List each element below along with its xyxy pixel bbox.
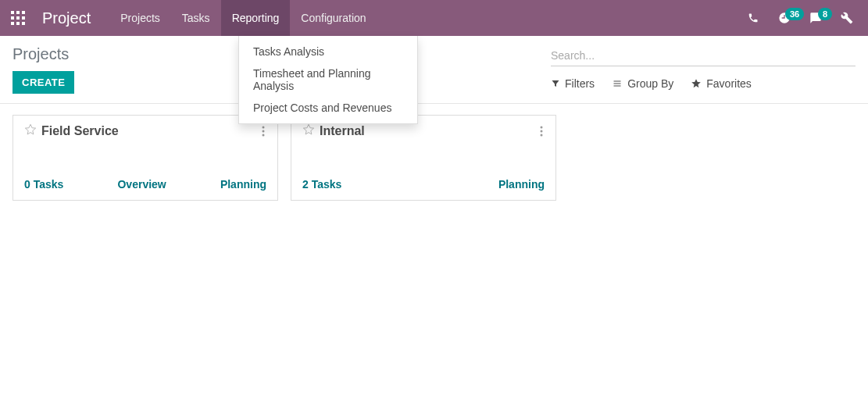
card-header: Field Service [24, 123, 266, 139]
svg-rect-7 [16, 22, 20, 25]
svg-point-11 [263, 134, 265, 137]
task-count: 0 [24, 178, 30, 191]
create-button[interactable]: CREATE [13, 71, 74, 94]
tasks-link[interactable]: 0 Tasks [24, 178, 63, 191]
control-panel: Projects CREATE Filters Group By Favorit… [0, 36, 868, 104]
star-icon[interactable] [302, 123, 315, 139]
svg-point-14 [541, 134, 543, 137]
kebab-icon[interactable] [255, 123, 271, 139]
messaging-badge: 8 [818, 8, 832, 20]
kebab-icon[interactable] [534, 123, 549, 139]
svg-point-9 [263, 127, 265, 129]
topbar: Project Projects Tasks Reporting Configu… [0, 0, 868, 36]
card-footer: 2 Tasks Planning [302, 147, 545, 191]
project-card[interactable]: Field Service 0 Tasks Overview Planning [13, 115, 278, 201]
filters-button[interactable]: Filters [551, 77, 595, 90]
nav-item-tasks[interactable]: Tasks [171, 0, 221, 36]
star-icon[interactable] [24, 123, 37, 139]
card-footer: 0 Tasks Overview Planning [24, 147, 266, 191]
planning-link[interactable]: Planning [498, 178, 545, 191]
dropdown-item-costs-revenues[interactable]: Project Costs and Revenues [239, 97, 417, 119]
dropdown-item-timesheet-planning[interactable]: Timesheet and Planning Analysis [239, 62, 417, 97]
favorites-label: Favorites [706, 77, 752, 90]
main-nav: Projects Tasks Reporting Configuration [109, 0, 377, 36]
search-wrap [551, 45, 855, 66]
search-input[interactable] [551, 49, 855, 62]
svg-rect-3 [11, 16, 14, 20]
groupby-button[interactable]: Group By [612, 77, 673, 90]
svg-rect-0 [11, 11, 14, 14]
svg-point-13 [541, 130, 543, 133]
nav-item-reporting[interactable]: Reporting [221, 0, 291, 36]
nav-item-projects[interactable]: Projects [109, 0, 171, 36]
svg-rect-4 [16, 16, 20, 20]
messaging-icon[interactable]: 8 [804, 6, 827, 30]
activities-icon[interactable]: 36 [773, 6, 796, 30]
groupby-label: Group By [627, 77, 673, 90]
dropdown-item-tasks-analysis[interactable]: Tasks Analysis [239, 41, 417, 62]
control-right: Filters Group By Favorites [551, 45, 855, 94]
task-label: Tasks [34, 178, 64, 191]
reporting-dropdown: Tasks Analysis Timesheet and Planning An… [238, 36, 418, 124]
apps-menu-icon[interactable] [0, 0, 36, 36]
control-left: Projects CREATE [13, 45, 74, 94]
card-title: Field Service [41, 124, 119, 138]
nav-item-configuration[interactable]: Configuration [290, 0, 377, 36]
svg-rect-8 [22, 22, 25, 25]
tasks-link[interactable]: 2 Tasks [302, 178, 341, 191]
phone-icon[interactable] [741, 6, 765, 30]
task-label: Tasks [312, 178, 342, 191]
filters-label: Filters [565, 77, 595, 90]
overview-link[interactable]: Overview [117, 178, 166, 191]
favorites-button[interactable]: Favorites [691, 77, 752, 90]
card-header: Internal [302, 123, 545, 139]
search-filters: Filters Group By Favorites [551, 77, 855, 90]
planning-link[interactable]: Planning [220, 178, 266, 191]
debug-icon[interactable] [835, 6, 859, 30]
project-card[interactable]: Internal 2 Tasks Planning [291, 115, 556, 201]
task-count: 2 [302, 178, 309, 191]
kanban-view: Field Service 0 Tasks Overview Planning … [0, 104, 868, 212]
svg-point-10 [263, 130, 265, 133]
activities-badge: 36 [785, 8, 804, 20]
svg-rect-6 [11, 22, 14, 25]
topbar-right: 36 8 [741, 6, 868, 30]
card-title: Internal [320, 124, 365, 138]
breadcrumb: Projects [13, 45, 74, 63]
app-brand[interactable]: Project [36, 9, 109, 27]
svg-point-12 [541, 127, 543, 129]
svg-rect-2 [22, 11, 25, 14]
svg-rect-5 [22, 16, 25, 20]
svg-rect-1 [16, 11, 20, 14]
